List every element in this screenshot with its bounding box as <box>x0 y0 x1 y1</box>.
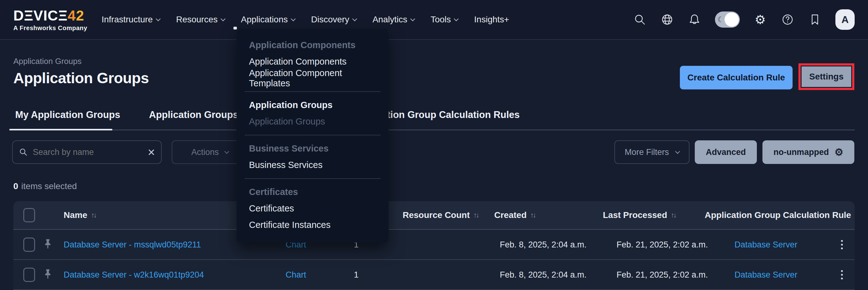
pin-icon[interactable] <box>42 268 53 281</box>
column-header-calculation-rule[interactable]: Application Group Calculation Rule <box>705 210 855 220</box>
search-input[interactable] <box>33 148 143 157</box>
device42-logo[interactable]: DΞVICΞ42 A Freshworks Company <box>13 8 87 31</box>
search-icon <box>19 147 28 157</box>
menu-item-application-components[interactable]: Application Components <box>237 54 389 70</box>
selection-count: 0 <box>13 181 18 191</box>
gear-icon: ⚙ <box>834 147 843 157</box>
more-filters-button[interactable]: More Filters <box>614 140 689 164</box>
logo-wordmark: DΞVICΞ42 <box>13 8 87 23</box>
menu-section-business-services: Business Services <box>237 140 389 157</box>
clear-search-icon[interactable]: × <box>148 146 155 158</box>
menu-anchor-notch <box>234 27 237 30</box>
logo-tagline: A Freshworks Company <box>13 25 87 31</box>
settings-highlight-annotation: Settings <box>799 63 854 90</box>
gear-icon[interactable]: ⚙ <box>753 13 767 26</box>
table-row: Database Server - w2k16wq01tp9204 Chart … <box>13 260 855 290</box>
advanced-button[interactable]: Advanced <box>695 140 757 164</box>
toggle-knob <box>724 12 739 27</box>
tab-underline-track <box>13 129 855 130</box>
theme-toggle[interactable]: ☾ <box>715 11 740 28</box>
menu-divider <box>245 91 381 92</box>
menu-item-certificates[interactable]: Certificates <box>237 200 389 217</box>
created-value: Feb. 8, 2025, 2:04 a.m. <box>500 240 586 249</box>
chevron-down-icon <box>675 149 680 154</box>
saved-filter-button[interactable]: no-unmapped⚙ <box>763 140 854 164</box>
column-header-last-processed[interactable]: Last Processed↑↓ <box>603 210 676 220</box>
chevron-down-icon <box>454 16 459 21</box>
calculation-rule-link[interactable]: Database Server <box>735 270 798 280</box>
breadcrumb[interactable]: Application Groups <box>13 57 82 66</box>
column-header-name[interactable]: Name↑↓ <box>64 210 96 220</box>
menu-item-application-groups[interactable]: Application Groups <box>237 113 389 130</box>
chevron-down-icon <box>224 149 229 154</box>
menu-section-certificates: Certificates <box>237 184 389 200</box>
group-name-link[interactable]: Database Server - w2k16wq01tp9204 <box>64 270 204 280</box>
create-calculation-rule-button[interactable]: Create Calculation Rule <box>680 66 793 89</box>
applications-dropdown-menu: Application Components Application Compo… <box>237 29 389 243</box>
menu-divider <box>245 178 381 179</box>
menu-item-application-component-templates[interactable]: Application Component Templates <box>237 70 389 86</box>
chevron-down-icon <box>352 16 357 21</box>
chart-link[interactable]: Chart <box>286 270 306 280</box>
chevron-down-icon <box>291 16 296 21</box>
select-all-checkbox[interactable] <box>23 208 35 222</box>
moon-icon: ☾ <box>717 15 724 24</box>
table-row: Database Server - mssqlwd05tp9211 Chart … <box>13 230 855 260</box>
settings-button[interactable]: Settings <box>802 66 851 87</box>
main-nav: Infrastructure Resources Applications Di… <box>101 14 509 25</box>
help-icon[interactable] <box>781 13 795 26</box>
group-name-link[interactable]: Database Server - mssqlwd05tp9211 <box>64 240 201 249</box>
sort-icon[interactable]: ↑↓ <box>473 211 478 219</box>
nav-discovery[interactable]: Discovery <box>311 14 356 25</box>
row-checkbox[interactable] <box>23 268 35 282</box>
bell-icon[interactable] <box>688 13 701 26</box>
nav-resources[interactable]: Resources <box>176 14 225 25</box>
nav-applications[interactable]: Applications <box>241 14 295 25</box>
sort-icon[interactable]: ↑↓ <box>671 211 676 219</box>
application-groups-table: Name↑↓ Resource Count↑↓ Created↑↓ Last P… <box>13 201 855 290</box>
nav-insights-plus[interactable]: Insights+ <box>474 14 509 25</box>
calculation-rule-link[interactable]: Database Server <box>735 240 798 249</box>
active-tab-indicator <box>9 129 113 130</box>
tab-application-groups[interactable]: Application Groups <box>149 109 239 121</box>
created-value: Feb. 8, 2025, 2:04 a.m. <box>500 270 586 280</box>
bookmark-icon[interactable] <box>808 13 822 26</box>
avatar[interactable]: A <box>835 9 855 30</box>
chevron-down-icon <box>221 16 226 21</box>
selection-summary: 0items selected <box>13 181 77 191</box>
nav-infrastructure[interactable]: Infrastructure <box>101 14 160 25</box>
nav-analytics[interactable]: Analytics <box>373 14 414 25</box>
last-processed-value: Feb. 21, 2025, 2:02 a.m. <box>617 240 708 249</box>
chevron-down-icon <box>410 16 415 21</box>
sort-icon[interactable]: ↑↓ <box>91 211 96 219</box>
top-navbar: DΞVICΞ42 A Freshworks Company Infrastruc… <box>0 0 868 40</box>
chevron-down-icon <box>156 16 161 21</box>
menu-divider <box>245 135 381 135</box>
page-title: Application Groups <box>13 69 149 87</box>
menu-item-business-services[interactable]: Business Services <box>237 157 389 173</box>
menu-item-certificate-instances[interactable]: Certificate Instances <box>237 217 389 233</box>
search-box: × <box>12 140 162 164</box>
column-header-resource-count[interactable]: Resource Count↑↓ <box>403 210 478 220</box>
row-menu-icon[interactable] <box>841 270 843 280</box>
last-processed-value: Feb. 21, 2025, 2:02 a.m. <box>617 270 708 280</box>
globe-icon[interactable] <box>660 13 674 26</box>
row-checkbox[interactable] <box>23 237 35 252</box>
sort-icon[interactable]: ↑↓ <box>530 211 535 219</box>
nav-tools[interactable]: Tools <box>431 14 458 25</box>
column-header-created[interactable]: Created↑↓ <box>494 210 535 220</box>
nav-utility-icons: ☾ ⚙ A <box>633 9 855 30</box>
resource-count-value: 1 <box>354 270 359 280</box>
menu-section-application-components: Application Components <box>237 37 389 54</box>
menu-section-application-groups: Application Groups <box>237 97 389 113</box>
row-menu-icon[interactable] <box>841 240 843 249</box>
pin-icon[interactable] <box>42 238 53 251</box>
table-header-row: Name↑↓ Resource Count↑↓ Created↑↓ Last P… <box>13 201 855 230</box>
search-icon[interactable] <box>633 13 647 26</box>
tab-my-application-groups[interactable]: My Application Groups <box>15 109 120 121</box>
